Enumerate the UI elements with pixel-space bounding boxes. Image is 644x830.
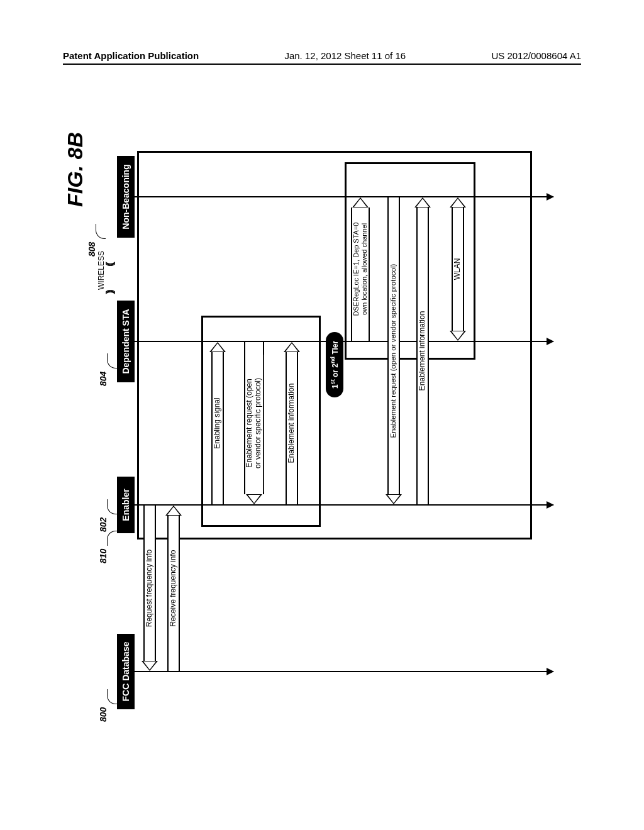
ref-800: 800	[98, 707, 108, 722]
wireless-icon-right: )))	[104, 262, 116, 264]
msg-enabling-signal: Enabling signal	[211, 342, 224, 504]
actor-fcc-database: FCC Database	[117, 634, 135, 709]
ref-808: 808	[87, 242, 97, 257]
lifeline-fcc	[133, 671, 553, 672]
ref-810-lead	[107, 531, 117, 546]
msg-receive-frequency-info: Receive frequency info	[167, 506, 180, 671]
actor-non-beaconing: Non-Beaconing	[117, 156, 135, 238]
ref-808-lead	[96, 224, 106, 239]
ref-802: 802	[98, 517, 108, 532]
arrow-down-icon	[547, 668, 554, 675]
page: Patent Application Publication Jan. 12, …	[0, 0, 644, 830]
msg-wlan: WLAN	[452, 197, 464, 341]
figure-title: FIG. 8B	[63, 132, 87, 207]
ref-810: 810	[98, 549, 108, 563]
sequence-diagram: FIG. 8B 800 810 802 804 808 WIRELESS )))…	[63, 113, 581, 734]
ref-804-lead	[107, 353, 117, 368]
header-center: Jan. 12, 2012 Sheet 11 of 16	[284, 50, 406, 61]
msg-enablement-info-2: Enablement information	[416, 197, 429, 504]
header-right: US 2012/0008604 A1	[491, 50, 581, 61]
ref-800-lead	[107, 689, 117, 704]
msg-enablement-request-1: Enablement request (open or vendor speci…	[244, 342, 264, 504]
wireless-label: WIRELESS	[97, 245, 106, 296]
actor-enabler: Enabler	[117, 477, 135, 533]
tier-badge: 1st or 2nd Tier	[326, 332, 343, 397]
msg-request-frequency-info: Request frequency info	[143, 506, 156, 671]
header-left: Patent Application Publication	[63, 50, 199, 61]
ref-802-lead	[107, 499, 117, 514]
page-header: Patent Application Publication Jan. 12, …	[63, 50, 581, 65]
arrow-down-icon	[547, 338, 554, 345]
arrow-down-icon	[547, 193, 554, 201]
ref-804: 804	[98, 372, 108, 386]
arrow-down-icon	[547, 501, 554, 509]
msg-enablement-request-2: Enablement request (open or vendor speci…	[387, 197, 400, 504]
actor-dependent-sta: Dependent STA	[117, 301, 135, 382]
msg-enablement-info-1: Enablement information	[286, 342, 298, 504]
wireless-icon-left: )))	[104, 292, 116, 294]
diagram-viewport: FIG. 8B 800 810 802 804 808 WIRELESS )))…	[63, 113, 581, 734]
msg-dseregloc: DSERegLoc IE=1, Dep STA=0 own location, …	[351, 197, 370, 341]
